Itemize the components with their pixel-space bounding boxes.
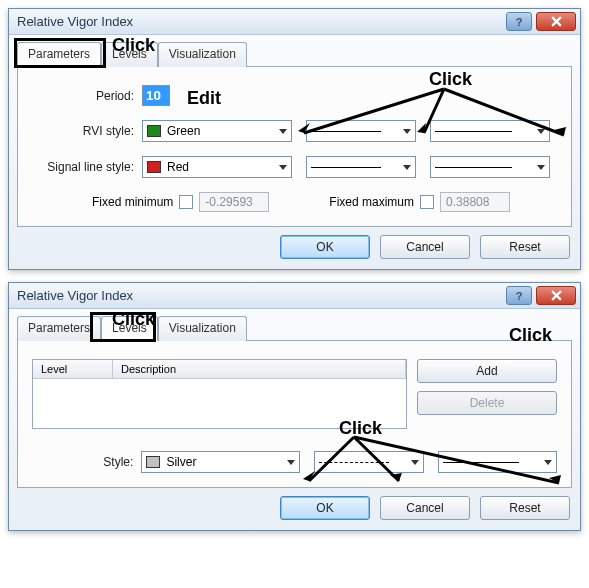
rvi-color-select[interactable]: Green — [142, 120, 292, 142]
rvi-line-width-select[interactable] — [430, 120, 550, 142]
line-style-icon — [311, 167, 381, 168]
levels-panel: Level Description Add Delete Style: Silv… — [17, 340, 572, 488]
color-swatch-icon — [147, 161, 161, 173]
style-color-value: Silver — [166, 455, 196, 469]
dialog-levels: Relative Vigor Index ? Click Click Click… — [8, 282, 581, 531]
line-width-icon — [435, 131, 512, 132]
ok-button[interactable]: OK — [280, 496, 370, 520]
rvi-line-style-select[interactable] — [306, 120, 416, 142]
tab-visualization[interactable]: Visualization — [158, 316, 247, 341]
close-button[interactable] — [536, 12, 576, 31]
tab-parameters[interactable]: Parameters — [17, 42, 101, 67]
color-swatch-icon — [147, 125, 161, 137]
chevron-down-icon — [403, 165, 411, 170]
signal-color-value: Red — [167, 160, 189, 174]
fixed-max-checkbox[interactable] — [420, 195, 434, 209]
line-style-icon — [311, 131, 381, 132]
chevron-down-icon — [287, 460, 295, 465]
dialog-parameters: Relative Vigor Index ? Click Edit Click … — [8, 8, 581, 270]
fixed-min-label: Fixed minimum — [92, 195, 173, 209]
tab-strip: Parameters Levels Visualization — [17, 315, 580, 340]
help-button[interactable]: ? — [506, 286, 532, 305]
parameters-panel: Period: RVI style: Green Signal line sty… — [17, 66, 572, 227]
reset-button[interactable]: Reset — [480, 235, 570, 259]
period-label: Period: — [32, 89, 142, 103]
style-color-select[interactable]: Silver — [141, 451, 300, 473]
style-line-style-select[interactable] — [314, 451, 423, 473]
close-icon — [551, 16, 562, 27]
fixed-min-checkbox[interactable] — [179, 195, 193, 209]
button-bar: OK Cancel Reset — [9, 235, 580, 269]
chevron-down-icon — [279, 165, 287, 170]
side-buttons: Add Delete — [417, 359, 557, 415]
fixed-min-value: -0.29593 — [199, 192, 269, 212]
chevron-down-icon — [537, 129, 545, 134]
signal-style-label: Signal line style: — [32, 160, 142, 174]
reset-button[interactable]: Reset — [480, 496, 570, 520]
ok-button[interactable]: OK — [280, 235, 370, 259]
rvi-style-label: RVI style: — [32, 124, 142, 138]
col-description[interactable]: Description — [113, 360, 406, 378]
close-icon — [551, 290, 562, 301]
color-swatch-icon — [146, 456, 160, 468]
period-input[interactable] — [142, 85, 170, 106]
list-header: Level Description — [33, 360, 406, 379]
button-bar: OK Cancel Reset — [9, 496, 580, 530]
fixed-max-label: Fixed maximum — [329, 195, 414, 209]
line-style-icon — [319, 462, 389, 463]
help-button[interactable]: ? — [506, 12, 532, 31]
fixed-max-value: 0.38808 — [440, 192, 510, 212]
tab-strip: Parameters Levels Visualization — [17, 41, 580, 66]
signal-line-style-select[interactable] — [306, 156, 416, 178]
titlebar[interactable]: Relative Vigor Index ? — [9, 9, 580, 35]
col-level[interactable]: Level — [33, 360, 113, 378]
rvi-color-value: Green — [167, 124, 200, 138]
line-width-icon — [443, 462, 520, 463]
chevron-down-icon — [279, 129, 287, 134]
tab-levels[interactable]: Levels — [101, 316, 158, 341]
chevron-down-icon — [544, 460, 552, 465]
signal-line-width-select[interactable] — [430, 156, 550, 178]
signal-color-select[interactable]: Red — [142, 156, 292, 178]
close-button[interactable] — [536, 286, 576, 305]
tab-levels[interactable]: Levels — [101, 42, 158, 67]
levels-listview[interactable]: Level Description — [32, 359, 407, 429]
delete-button[interactable]: Delete — [417, 391, 557, 415]
cancel-button[interactable]: Cancel — [380, 496, 470, 520]
window-title: Relative Vigor Index — [17, 14, 502, 29]
chevron-down-icon — [411, 460, 419, 465]
style-line-width-select[interactable] — [438, 451, 557, 473]
style-label: Style: — [32, 455, 141, 469]
window-title: Relative Vigor Index — [17, 288, 502, 303]
titlebar[interactable]: Relative Vigor Index ? — [9, 283, 580, 309]
tab-visualization[interactable]: Visualization — [158, 42, 247, 67]
cancel-button[interactable]: Cancel — [380, 235, 470, 259]
tab-parameters[interactable]: Parameters — [17, 316, 101, 341]
add-button[interactable]: Add — [417, 359, 557, 383]
chevron-down-icon — [537, 165, 545, 170]
chevron-down-icon — [403, 129, 411, 134]
line-width-icon — [435, 167, 512, 168]
